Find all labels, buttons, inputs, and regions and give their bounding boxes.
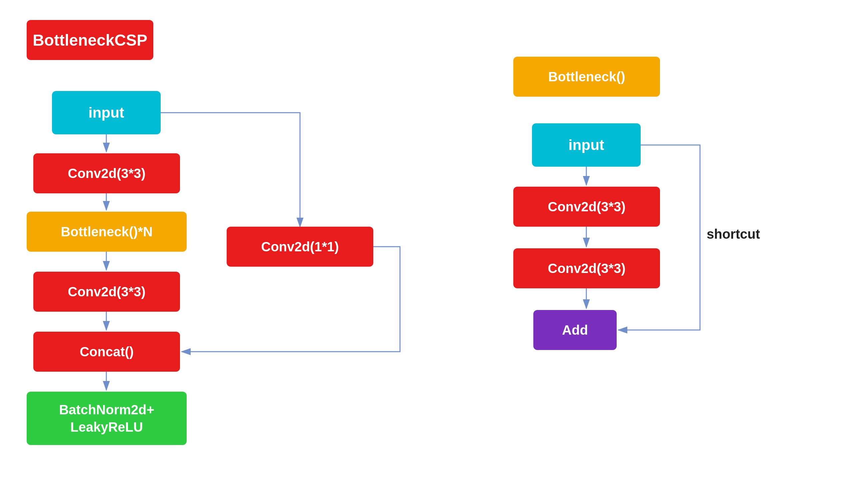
right-bottleneck-title: Bottleneck() — [513, 56, 660, 97]
bottleneckcsp-title: BottleneckCSP — [27, 20, 153, 60]
left-conv2-node: Conv2d(3*3) — [33, 272, 180, 312]
right-add-node: Add — [533, 310, 617, 350]
right-conv1-node: Conv2d(3*3) — [513, 187, 660, 227]
right-conv2-node: Conv2d(3*3) — [513, 248, 660, 288]
left-conv11-node: Conv2d(1*1) — [227, 227, 373, 267]
right-input-node: input — [532, 123, 641, 167]
left-batchnorm-node: BatchNorm2d+LeakyReLU — [27, 392, 187, 445]
left-bottleneck-node: Bottleneck()*N — [27, 212, 187, 252]
left-concat-node: Concat() — [33, 332, 180, 372]
shortcut-label: shortcut — [707, 227, 760, 242]
left-conv1-node: Conv2d(3*3) — [33, 153, 180, 193]
diagram-container: BottleneckCSP input Conv2d(3*3) Bottlene… — [0, 0, 868, 504]
left-input-node: input — [52, 91, 161, 134]
